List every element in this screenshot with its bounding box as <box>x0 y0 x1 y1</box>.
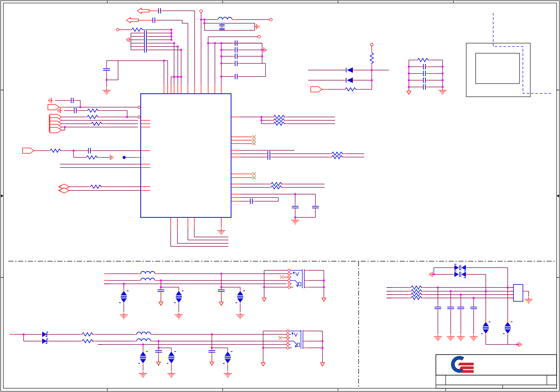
terminal-circle <box>200 10 202 12</box>
power-triangle-icon <box>219 301 223 305</box>
jack-connector <box>287 330 303 349</box>
series-cap <box>156 8 163 13</box>
series-cap <box>150 18 158 23</box>
tvs-diode <box>235 289 245 305</box>
series-cap <box>72 108 79 113</box>
inductor <box>215 17 235 20</box>
earth-ground-icon <box>120 313 128 319</box>
sideways-ground-icon <box>255 24 259 29</box>
ic-pin-bubble <box>138 116 140 118</box>
zener-diode <box>39 338 50 344</box>
tvs-diode <box>481 320 491 336</box>
no-connect-x-icon <box>252 176 256 179</box>
terminal-circle <box>258 35 260 38</box>
resistor <box>79 333 96 336</box>
power-triangle-icon <box>157 361 161 365</box>
no-connect-x-icon <box>280 275 283 279</box>
power-connector-section <box>387 264 533 347</box>
earth-ground-icon <box>525 297 533 303</box>
resistor-vertical <box>370 50 373 67</box>
no-connect-x-icon <box>279 336 282 339</box>
interface-filter-a <box>104 269 326 319</box>
earth-ground-icon <box>167 371 175 378</box>
inductor <box>134 339 153 341</box>
earth-ground-icon <box>439 88 447 94</box>
shunt-cap <box>103 66 110 73</box>
no-connect-x-icon <box>252 142 256 145</box>
tvs-diode <box>138 349 148 365</box>
schematic-sheet <box>0 0 560 392</box>
port-arrow-right <box>23 148 34 153</box>
series-cap <box>248 199 255 204</box>
resistor <box>85 109 102 112</box>
resistor <box>415 58 431 62</box>
shunt-cap <box>312 204 319 211</box>
tvs-diode-pair <box>452 264 468 271</box>
earth-ground-icon <box>291 218 299 224</box>
earth-ground-icon <box>175 313 183 319</box>
power-triangle-icon <box>407 90 411 94</box>
earth-ground-icon <box>217 229 225 235</box>
resistor <box>84 156 101 159</box>
connector-box <box>513 284 523 301</box>
port-arrow-right <box>311 87 322 92</box>
resistor <box>79 339 96 343</box>
earth-ground-icon <box>139 371 147 378</box>
no-connect-x-icon <box>252 172 256 176</box>
esd-diode <box>343 67 356 73</box>
mechanical-outline <box>466 13 553 97</box>
junction-dots <box>23 19 518 349</box>
shunt-cap <box>292 204 299 211</box>
title-block <box>436 355 557 391</box>
schematic-canvas <box>0 0 560 392</box>
ic-bottom-nets <box>171 217 228 246</box>
tvs-diode <box>174 289 184 305</box>
center-markers <box>1 194 559 197</box>
ic-left-nets <box>23 98 150 193</box>
resistor <box>342 88 359 91</box>
power-triangle-icon <box>322 297 326 301</box>
tvs-diode-pair <box>452 271 468 278</box>
terminal-circle <box>116 28 119 31</box>
sideways-ground-icon <box>109 155 113 160</box>
shunt-cap <box>158 287 164 294</box>
power-triangle-icon <box>261 361 265 366</box>
ic-right-nets <box>231 115 364 224</box>
earth-ground-icon <box>224 371 232 378</box>
ic-pin-bubble <box>138 106 140 109</box>
tvs-diode <box>223 349 232 365</box>
inductor <box>138 271 158 274</box>
zener-diode <box>39 332 50 337</box>
terminal-circle <box>270 18 272 21</box>
port-arrow-left-b <box>127 18 138 23</box>
sideways-ground-icon <box>58 108 62 113</box>
earth-ground-icon <box>236 313 244 319</box>
no-connect-x-icon <box>252 139 256 142</box>
sideways-ground-icon <box>49 98 53 103</box>
port-arrow-left-a <box>137 8 149 13</box>
resistor <box>129 28 146 31</box>
series-cap <box>86 148 93 153</box>
power-triangle-icon <box>262 297 266 301</box>
rc-filter-network <box>407 58 447 94</box>
ic-top-nets <box>103 8 272 94</box>
main-ic <box>141 94 231 217</box>
esd-diode <box>343 78 356 83</box>
series-cap <box>68 98 76 103</box>
shunt-cap <box>218 287 225 294</box>
shunt-cap <box>208 348 215 355</box>
shunt-cap <box>155 348 162 355</box>
no-connect-x-icon <box>252 135 256 139</box>
power-triangle-icon <box>210 361 214 365</box>
terminal-circle <box>370 43 373 46</box>
resistor <box>47 149 64 152</box>
inductor <box>138 278 158 280</box>
interface-filter-b <box>9 330 325 378</box>
port-diamond <box>59 188 69 193</box>
jack-connector <box>288 269 305 289</box>
tvs-diode <box>167 349 176 365</box>
inductor <box>134 332 153 334</box>
resistor <box>88 185 105 188</box>
company-logo <box>453 358 474 373</box>
earth-ground-icon <box>103 88 111 94</box>
